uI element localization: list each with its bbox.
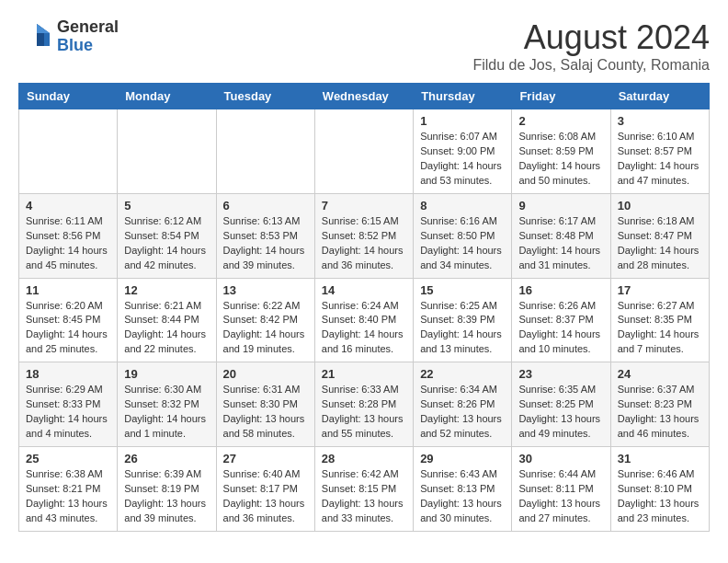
day-detail: Sunrise: 6:40 AMSunset: 8:17 PMDaylight:… (223, 467, 308, 526)
day-detail: Sunrise: 6:15 AMSunset: 8:52 PMDaylight:… (322, 214, 406, 273)
calendar-cell: 4Sunrise: 6:11 AMSunset: 8:56 PMDaylight… (19, 193, 118, 278)
day-number: 13 (223, 283, 308, 297)
calendar-cell: 20Sunrise: 6:31 AMSunset: 8:30 PMDayligh… (216, 362, 314, 447)
calendar-cell: 6Sunrise: 6:13 AMSunset: 8:53 PMDaylight… (216, 193, 314, 278)
day-number: 10 (618, 199, 702, 213)
day-number: 2 (518, 114, 603, 128)
day-number: 19 (124, 367, 209, 381)
weekday-header-friday: Friday (512, 84, 610, 109)
calendar-cell: 8Sunrise: 6:16 AMSunset: 8:50 PMDaylight… (414, 193, 512, 278)
day-detail: Sunrise: 6:42 AMSunset: 8:15 PMDaylight:… (322, 467, 406, 526)
day-number: 26 (124, 452, 209, 465)
calendar-cell: 29Sunrise: 6:43 AMSunset: 8:13 PMDayligh… (414, 447, 512, 532)
calendar-cell (118, 109, 216, 194)
weekday-header-monday: Monday (118, 84, 216, 109)
day-number: 18 (26, 367, 110, 381)
day-number: 29 (420, 452, 505, 465)
calendar-cell: 27Sunrise: 6:40 AMSunset: 8:17 PMDayligh… (216, 447, 314, 532)
svg-marker-2 (37, 24, 50, 33)
day-detail: Sunrise: 6:25 AMSunset: 8:39 PMDaylight:… (420, 299, 505, 358)
day-number: 23 (518, 367, 603, 381)
calendar-cell: 11Sunrise: 6:20 AMSunset: 8:45 PMDayligh… (19, 278, 118, 362)
day-number: 12 (124, 283, 209, 297)
day-number: 5 (124, 199, 209, 213)
day-detail: Sunrise: 6:13 AMSunset: 8:53 PMDaylight:… (223, 214, 308, 273)
calendar-cell: 14Sunrise: 6:24 AMSunset: 8:40 PMDayligh… (314, 278, 413, 362)
day-number: 20 (223, 367, 308, 381)
day-number: 21 (322, 367, 406, 381)
calendar-cell: 1Sunrise: 6:07 AMSunset: 9:00 PMDaylight… (414, 109, 512, 194)
weekday-header-saturday: Saturday (610, 84, 709, 109)
day-number: 14 (322, 283, 406, 297)
logo-icon (18, 20, 51, 53)
calendar-cell: 17Sunrise: 6:27 AMSunset: 8:35 PMDayligh… (610, 278, 709, 362)
day-detail: Sunrise: 6:35 AMSunset: 8:25 PMDaylight:… (518, 383, 603, 442)
day-number: 28 (322, 452, 406, 465)
day-detail: Sunrise: 6:08 AMSunset: 8:59 PMDaylight:… (518, 130, 603, 189)
calendar-cell: 18Sunrise: 6:29 AMSunset: 8:33 PMDayligh… (19, 362, 118, 447)
day-detail: Sunrise: 6:16 AMSunset: 8:50 PMDaylight:… (420, 214, 505, 273)
calendar-cell: 10Sunrise: 6:18 AMSunset: 8:47 PMDayligh… (610, 193, 709, 278)
calendar-cell: 21Sunrise: 6:33 AMSunset: 8:28 PMDayligh… (314, 362, 413, 447)
calendar-cell: 31Sunrise: 6:46 AMSunset: 8:10 PMDayligh… (610, 447, 709, 532)
day-detail: Sunrise: 6:18 AMSunset: 8:47 PMDaylight:… (618, 214, 702, 273)
calendar-cell: 22Sunrise: 6:34 AMSunset: 8:26 PMDayligh… (414, 362, 512, 447)
day-number: 24 (618, 367, 702, 381)
day-detail: Sunrise: 6:21 AMSunset: 8:44 PMDaylight:… (124, 299, 209, 358)
day-detail: Sunrise: 6:43 AMSunset: 8:13 PMDaylight:… (420, 467, 505, 526)
calendar-cell: 28Sunrise: 6:42 AMSunset: 8:15 PMDayligh… (314, 447, 413, 532)
logo-text: General Blue (57, 18, 119, 55)
day-number: 25 (26, 452, 110, 465)
day-detail: Sunrise: 6:46 AMSunset: 8:10 PMDaylight:… (618, 467, 702, 526)
day-detail: Sunrise: 6:38 AMSunset: 8:21 PMDaylight:… (26, 467, 110, 526)
month-title: August 2024 (472, 18, 710, 57)
day-detail: Sunrise: 6:24 AMSunset: 8:40 PMDaylight:… (322, 299, 406, 358)
day-detail: Sunrise: 6:44 AMSunset: 8:11 PMDaylight:… (518, 467, 603, 526)
logo-general-text: General (57, 18, 119, 37)
day-number: 27 (223, 452, 308, 465)
day-number: 8 (420, 199, 505, 213)
calendar-cell: 30Sunrise: 6:44 AMSunset: 8:11 PMDayligh… (512, 447, 610, 532)
day-detail: Sunrise: 6:26 AMSunset: 8:37 PMDaylight:… (518, 299, 603, 358)
weekday-header-wednesday: Wednesday (314, 84, 413, 109)
calendar-cell: 24Sunrise: 6:37 AMSunset: 8:23 PMDayligh… (610, 362, 709, 447)
day-detail: Sunrise: 6:29 AMSunset: 8:33 PMDaylight:… (26, 383, 110, 442)
day-number: 30 (518, 452, 603, 465)
day-detail: Sunrise: 6:39 AMSunset: 8:19 PMDaylight:… (124, 467, 209, 526)
calendar-cell (216, 109, 314, 194)
calendar-cell: 15Sunrise: 6:25 AMSunset: 8:39 PMDayligh… (414, 278, 512, 362)
calendar-cell: 2Sunrise: 6:08 AMSunset: 8:59 PMDaylight… (512, 109, 610, 194)
day-detail: Sunrise: 6:27 AMSunset: 8:35 PMDaylight:… (618, 299, 702, 358)
day-detail: Sunrise: 6:30 AMSunset: 8:32 PMDaylight:… (124, 383, 209, 442)
title-block: August 2024 Fildu de Jos, Salaj County, … (472, 18, 710, 74)
day-detail: Sunrise: 6:20 AMSunset: 8:45 PMDaylight:… (26, 299, 110, 358)
day-number: 1 (420, 114, 505, 128)
calendar-week-row: 25Sunrise: 6:38 AMSunset: 8:21 PMDayligh… (19, 447, 710, 532)
day-number: 16 (518, 283, 603, 297)
logo: General Blue (18, 18, 119, 55)
calendar-cell (314, 109, 413, 194)
weekday-header-sunday: Sunday (19, 84, 118, 109)
weekday-header-row: SundayMondayTuesdayWednesdayThursdayFrid… (19, 84, 710, 109)
day-detail: Sunrise: 6:17 AMSunset: 8:48 PMDaylight:… (518, 214, 603, 273)
calendar-cell: 26Sunrise: 6:39 AMSunset: 8:19 PMDayligh… (118, 447, 216, 532)
calendar-week-row: 11Sunrise: 6:20 AMSunset: 8:45 PMDayligh… (19, 278, 710, 362)
calendar-week-row: 18Sunrise: 6:29 AMSunset: 8:33 PMDayligh… (19, 362, 710, 447)
calendar-cell (19, 109, 118, 194)
day-detail: Sunrise: 6:10 AMSunset: 8:57 PMDaylight:… (618, 130, 702, 189)
weekday-header-tuesday: Tuesday (216, 84, 314, 109)
calendar-cell: 16Sunrise: 6:26 AMSunset: 8:37 PMDayligh… (512, 278, 610, 362)
day-detail: Sunrise: 6:07 AMSunset: 9:00 PMDaylight:… (420, 130, 505, 189)
day-number: 7 (322, 199, 406, 213)
location-subtitle: Fildu de Jos, Salaj County, Romania (472, 57, 710, 74)
day-detail: Sunrise: 6:12 AMSunset: 8:54 PMDaylight:… (124, 214, 209, 273)
day-detail: Sunrise: 6:37 AMSunset: 8:23 PMDaylight:… (618, 383, 702, 442)
day-number: 15 (420, 283, 505, 297)
day-number: 11 (26, 283, 110, 297)
day-detail: Sunrise: 6:22 AMSunset: 8:42 PMDaylight:… (223, 299, 308, 358)
day-detail: Sunrise: 6:31 AMSunset: 8:30 PMDaylight:… (223, 383, 308, 442)
logo-blue-text: Blue (57, 37, 119, 55)
day-number: 22 (420, 367, 505, 381)
calendar-cell: 13Sunrise: 6:22 AMSunset: 8:42 PMDayligh… (216, 278, 314, 362)
calendar-cell: 3Sunrise: 6:10 AMSunset: 8:57 PMDaylight… (610, 109, 709, 194)
